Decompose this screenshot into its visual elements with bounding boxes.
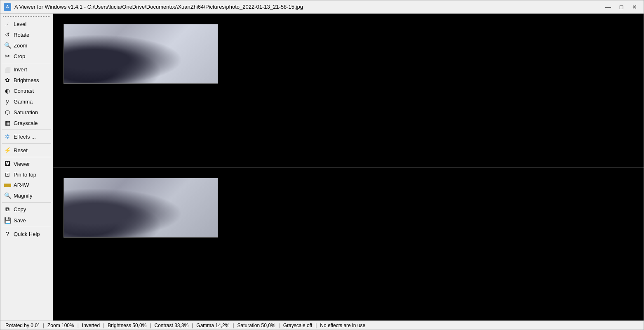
sidebar-item-brightness[interactable]: ✿ Brightness (0, 75, 53, 85)
magnify-icon: 🔍 (4, 192, 11, 199)
image-pane-bottom (53, 167, 644, 321)
grayscale-icon: ▦ (4, 120, 11, 126)
crop-icon: ✂ (4, 53, 11, 59)
titlebar: A A Viewer for Windows v1.4.1 - C:\Users… (0, 0, 644, 14)
status-effects: No effects are in use (317, 323, 368, 328)
main-area (53, 14, 644, 321)
close-button[interactable]: ✕ (629, 2, 640, 12)
status-brightness: Brightness 50,0% (105, 323, 149, 328)
sidebar-dotted (3, 16, 50, 17)
titlebar-controls: — □ ✕ (602, 2, 640, 12)
sidebar-item-level[interactable]: ⟋ Level (0, 19, 53, 29)
image-top-render (64, 24, 218, 83)
restore-button[interactable]: □ (616, 2, 627, 12)
brightness-icon: ✿ (4, 77, 11, 83)
rotate-icon: ↺ (4, 31, 11, 38)
divider-2 (2, 130, 51, 130)
divider-1 (2, 63, 51, 63)
sidebar-item-ar4w[interactable]: ▬ AR4W (0, 180, 53, 190)
sidebar-item-quickhelp[interactable]: ? Quick Help (0, 229, 53, 239)
statusbar: Rotated by 0,0° | Zoom 100% | Inverted |… (0, 321, 644, 330)
minimize-button[interactable]: — (602, 2, 614, 12)
ar4w-icon: ▬ (4, 184, 11, 187)
sidebar-item-rotate[interactable]: ↺ Rotate (0, 29, 53, 40)
sidebar: ⟋ Level ↺ Rotate 🔍 Zoom ✂ Crop ⬜ I (0, 14, 53, 321)
sidebar-item-grayscale[interactable]: ▦ Grayscale (0, 118, 53, 128)
status-grayscale: Grayscale off (281, 323, 315, 328)
divider-5 (2, 202, 51, 203)
save-icon: 💾 (4, 217, 11, 224)
sidebar-item-effects[interactable]: ✲ Effects ... (0, 131, 53, 142)
zoom-icon: 🔍 (4, 42, 11, 49)
titlebar-left: A A Viewer for Windows v1.4.1 - C:\Users… (4, 3, 303, 11)
status-inverted: Inverted (80, 323, 102, 328)
sidebar-item-zoom[interactable]: 🔍 Zoom (0, 40, 53, 51)
sidebar-item-pintotop[interactable]: ⊡ Pin to top (0, 169, 53, 180)
sidebar-item-save[interactable]: 💾 Save (0, 215, 53, 226)
viewer-icon: 🖼 (4, 160, 11, 167)
quickhelp-icon: ? (4, 231, 11, 237)
image-bottom-render (64, 178, 218, 237)
divider-6 (2, 227, 51, 227)
sidebar-item-invert[interactable]: ⬜ Invert (0, 64, 53, 75)
sidebar-item-crop[interactable]: ✂ Crop (0, 51, 53, 61)
gamma-icon: γ (4, 98, 11, 105)
status-rotation: Rotated by 0,0° (3, 323, 42, 328)
sidebar-item-magnify[interactable]: 🔍 Magnify (0, 190, 53, 201)
divider-4 (2, 157, 51, 157)
status-saturation: Saturation 50,0% (235, 323, 278, 328)
status-gamma: Gamma 14,2% (194, 323, 232, 328)
image-bottom (63, 178, 218, 238)
app-icon: A (4, 3, 11, 11)
sidebar-item-contrast[interactable]: ◐ Contrast (0, 85, 53, 96)
status-contrast: Contrast 33,3% (152, 323, 191, 328)
sidebar-item-gamma[interactable]: γ Gamma (0, 96, 53, 107)
level-icon: ⟋ (4, 21, 11, 27)
sidebar-item-viewer[interactable]: 🖼 Viewer (0, 158, 53, 169)
effects-icon: ✲ (4, 133, 11, 140)
sidebar-item-copy[interactable]: ⧉ Copy (0, 204, 53, 215)
invert-icon: ⬜ (4, 67, 11, 73)
contrast-icon: ◐ (4, 87, 11, 94)
saturation-icon: ⬡ (4, 109, 11, 116)
reset-icon: ⚡ (4, 147, 11, 153)
image-top (63, 24, 218, 84)
image-pane-top (53, 14, 644, 167)
divider-3 (2, 143, 51, 144)
app-window: A A Viewer for Windows v1.4.1 - C:\Users… (0, 0, 644, 330)
content-area: ⟋ Level ↺ Rotate 🔍 Zoom ✂ Crop ⬜ I (0, 14, 644, 321)
sidebar-item-reset[interactable]: ⚡ Reset (0, 145, 53, 156)
copy-icon: ⧉ (4, 206, 11, 213)
sidebar-item-saturation[interactable]: ⬡ Saturation (0, 107, 53, 118)
status-zoom: Zoom 100% (45, 323, 77, 328)
pintotop-icon: ⊡ (4, 171, 11, 178)
titlebar-title: A Viewer for Windows v1.4.1 - C:\Users\l… (14, 4, 303, 10)
